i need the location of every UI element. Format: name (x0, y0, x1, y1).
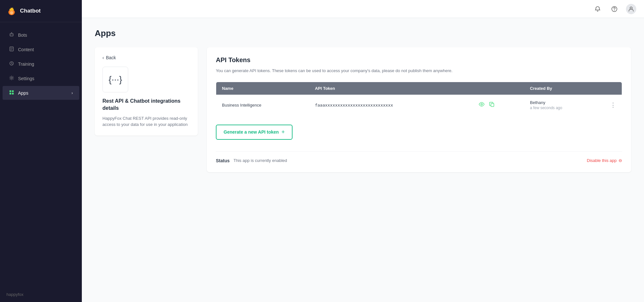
svg-rect-3 (10, 33, 13, 36)
created-time: a few seconds ago (530, 106, 562, 110)
api-tokens-table: Name API Token Created By Business Intel… (216, 82, 622, 116)
header (82, 0, 644, 18)
app-logo: Chatbot (0, 0, 82, 22)
page-content: Apps ‹ Back {···} Rest API & Chatbot int… (82, 18, 644, 302)
svg-point-5 (12, 34, 13, 35)
svg-rect-13 (12, 93, 14, 95)
status-left: Status This app is currently enabled (216, 158, 287, 163)
panel-title: API Tokens (216, 56, 622, 64)
app-name: Rest API & Chatbot integrations details (102, 98, 190, 112)
plus-icon: + (281, 129, 285, 136)
col-name: Name (216, 82, 309, 95)
bots-label: Bots (18, 33, 27, 38)
col-token: API Token (309, 82, 472, 95)
footer-brand: happyfox (6, 292, 24, 297)
content-label: Content (18, 47, 34, 52)
svg-point-2 (10, 11, 13, 14)
sidebar-item-settings[interactable]: Settings (3, 71, 79, 85)
logo-icon (6, 6, 17, 16)
token-action-buttons (478, 101, 518, 109)
sidebar-footer: happyfox (0, 287, 82, 302)
settings-icon (9, 75, 14, 81)
disable-app-button[interactable]: Disable this app ⊖ (587, 158, 622, 163)
sidebar: Chatbot Bots Content Training Settings (0, 0, 82, 302)
help-button[interactable] (609, 4, 620, 14)
svg-rect-12 (10, 93, 12, 95)
col-created-by: Created By (524, 82, 622, 95)
back-label: Back (106, 55, 116, 60)
logo-text: Chatbot (20, 8, 41, 14)
sidebar-item-training[interactable]: Training (3, 57, 79, 71)
token-value-cell: faaaxxxxxxxxxxxxxxxxxxxxxxxxxxx (309, 95, 472, 115)
svg-rect-10 (10, 90, 12, 92)
view-token-button[interactable] (478, 101, 485, 109)
notifications-button[interactable] (592, 4, 603, 14)
creator-name: Bethany (530, 100, 562, 105)
app-description: HappyFox Chat REST API provides read-onl… (102, 115, 190, 128)
sidebar-item-apps[interactable]: Apps › (3, 86, 79, 100)
disable-icon: ⊖ (619, 158, 622, 163)
status-bar: Status This app is currently enabled Dis… (216, 151, 622, 163)
back-chevron-icon: ‹ (102, 55, 104, 60)
back-button[interactable]: ‹ Back (102, 55, 190, 60)
col-actions (473, 82, 524, 95)
app-icon-symbol: {···} (109, 74, 122, 85)
token-actions-cell (473, 95, 524, 115)
token-name-cell: Business Intelligence (216, 95, 309, 115)
svg-point-9 (11, 77, 13, 79)
apps-icon (9, 90, 14, 96)
sidebar-item-content[interactable]: Content (3, 42, 79, 56)
app-detail-card: ‹ Back {···} Rest API & Chatbot integrat… (95, 47, 198, 136)
row-more-button[interactable]: ⋮ (610, 101, 616, 109)
settings-label: Settings (18, 76, 34, 81)
svg-point-4 (11, 34, 11, 35)
api-tokens-panel: API Tokens You can generate API tokens. … (207, 47, 631, 172)
apps-layout: ‹ Back {···} Rest API & Chatbot integrat… (95, 47, 631, 172)
page-title: Apps (95, 28, 631, 38)
table-row: Business Intelligence faaaxxxxxxxxxxxxxx… (216, 95, 622, 115)
svg-rect-18 (491, 103, 494, 107)
training-label: Training (18, 61, 34, 67)
main-area: Apps ‹ Back {···} Rest API & Chatbot int… (82, 0, 644, 302)
svg-point-17 (481, 103, 482, 105)
status-label: Status (216, 158, 230, 163)
disable-label: Disable this app (587, 158, 617, 163)
training-icon (9, 61, 14, 67)
created-by-cell: Bethany a few seconds ago ⋮ (524, 95, 622, 115)
apps-chevron-icon: › (72, 91, 73, 95)
apps-label: Apps (18, 90, 28, 96)
app-icon: {···} (102, 67, 128, 92)
status-text: This app is currently enabled (234, 158, 287, 163)
user-avatar[interactable] (626, 4, 636, 14)
content-icon (9, 46, 14, 52)
sidebar-nav: Bots Content Training Settings Apps › (0, 22, 82, 287)
bots-icon (9, 32, 14, 38)
copy-token-button[interactable] (489, 101, 495, 109)
generate-button-label: Generate a new API token (224, 129, 279, 135)
svg-rect-11 (12, 90, 14, 92)
svg-point-15 (614, 10, 615, 11)
generate-token-button[interactable]: Generate a new API token + (216, 125, 293, 140)
token-value: faaaxxxxxxxxxxxxxxxxxxxxxxxxxxx (315, 103, 393, 108)
sidebar-item-bots[interactable]: Bots (3, 28, 79, 42)
panel-description: You can generate API tokens. These token… (216, 68, 622, 74)
